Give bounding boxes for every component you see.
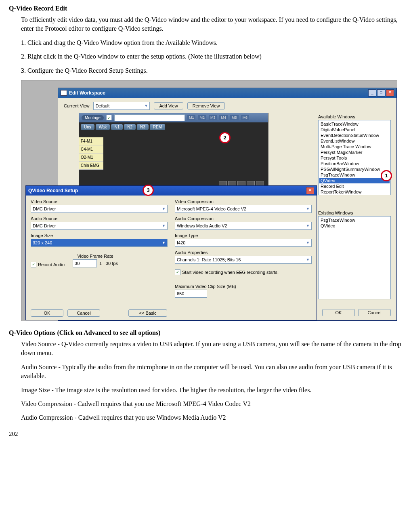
- list-item[interactable]: PSGAllNightSummaryWindow: [319, 166, 390, 172]
- channel-sidebar: F4-M1 C4-M1 O2-M1 Chin EMG: [79, 137, 103, 170]
- step-2: 2. Right click in the Q-Video window to …: [21, 52, 402, 61]
- frame-rate-range: 1 - 30 fps: [99, 261, 118, 266]
- option-video-compression: Video Compression - Cadwell requires tha…: [21, 400, 402, 408]
- image-type-select[interactable]: I420▼: [175, 239, 312, 247]
- list-item[interactable]: PsgTraceWindow: [319, 172, 390, 178]
- channel-label: F4-M1: [79, 137, 103, 145]
- ok-button[interactable]: OK: [31, 309, 63, 317]
- option-audio-compression: Audio Compression - Cadwell requires tha…: [21, 413, 402, 422]
- maximize-button[interactable]: □: [377, 89, 385, 97]
- list-item-selected[interactable]: QVideo: [319, 178, 390, 183]
- basic-button[interactable]: << Basic: [128, 309, 167, 317]
- frame-rate-label: Video Frame Rate: [73, 254, 118, 259]
- list-item[interactable]: EventListWindow: [319, 138, 390, 144]
- audio-source-label: Audio Source: [31, 216, 168, 221]
- list-item[interactable]: ReportTokenWindow: [319, 189, 390, 195]
- channel-label: C4-M1: [79, 145, 103, 154]
- preview-toolbar: Montage ✓ PSG Nasal Press & Thermal Flow…: [79, 113, 268, 122]
- available-windows-label: Available Windows: [318, 114, 391, 119]
- minimize-button[interactable]: _: [368, 89, 376, 97]
- intro-paragraph: To efficiently edit video data, you must…: [21, 15, 402, 34]
- stage-button[interactable]: REM: [150, 124, 165, 130]
- montage-tab[interactable]: M3: [209, 115, 217, 120]
- qvideo-setup-titlebar: QVideo Record Setup ×: [26, 186, 317, 196]
- list-item[interactable]: QVideo: [319, 223, 390, 229]
- list-item[interactable]: EventDetectionStatusWindow: [319, 132, 390, 138]
- option-video-source: Video Source - Q-Video currently require…: [21, 340, 402, 358]
- video-compression-select[interactable]: Microsoft MPEG-4 Video Codec V2▼: [175, 205, 312, 213]
- close-button[interactable]: ×: [386, 89, 394, 97]
- list-item[interactable]: Record Edit: [319, 183, 390, 189]
- list-item[interactable]: PositionBarWindow: [319, 161, 390, 166]
- start-recording-checkbox[interactable]: ✓Start video recording when EEG recordin…: [175, 269, 279, 275]
- stage-button[interactable]: Wak: [96, 124, 110, 130]
- edit-workspace-titlebar: Edit Workspace _ □ ×: [58, 88, 396, 98]
- list-item[interactable]: Persyst Tools: [319, 155, 390, 161]
- remove-view-button[interactable]: Remove View: [187, 102, 225, 109]
- video-compression-label: Video Compression: [175, 199, 312, 204]
- stage-button[interactable]: Uns: [81, 124, 94, 130]
- step-1: 1. Click and drag the Q-Video Window opt…: [21, 38, 402, 47]
- montage-tab[interactable]: M2: [198, 115, 206, 120]
- option-audio-source: Audio Source - Typically the audio from …: [21, 363, 402, 381]
- stage-button[interactable]: N3: [137, 124, 149, 130]
- cancel-button[interactable]: Cancel: [358, 309, 391, 316]
- channel-label: O2-M1: [79, 154, 103, 162]
- image-size-select[interactable]: 320 x 240▼: [31, 239, 168, 247]
- record-audio-checkbox[interactable]: ✓Record Audio: [31, 262, 65, 267]
- stage-button[interactable]: N1: [111, 124, 123, 130]
- list-item[interactable]: PsgTraceWindow: [319, 217, 390, 223]
- close-button[interactable]: ×: [306, 187, 314, 194]
- qvideo-setup-window: QVideo Record Setup × Video Source DMC D…: [25, 185, 317, 320]
- image-size-label: Image Size: [31, 233, 168, 238]
- page-number: 202: [9, 431, 402, 437]
- heading-qvideo-options: Q-Video Options (Click on Advanced to se…: [9, 329, 402, 336]
- video-source-select[interactable]: DMC Driver▼: [31, 205, 168, 213]
- available-windows-list[interactable]: BasicTraceWindow DigitalValuePanel Event…: [318, 120, 391, 195]
- cancel-button[interactable]: Cancel: [67, 309, 100, 317]
- montage-pill[interactable]: Montage: [82, 115, 104, 120]
- existing-windows-label: Existing Windows: [318, 210, 391, 215]
- window-icon: [61, 90, 67, 96]
- add-view-button[interactable]: Add View: [154, 102, 183, 109]
- montage-select[interactable]: PSG Nasal Press & Thermal Flow: [114, 114, 185, 121]
- existing-windows-list[interactable]: PsgTraceWindow QVideo: [318, 216, 391, 299]
- montage-tab[interactable]: M6: [241, 115, 250, 120]
- max-clip-input[interactable]: 650: [175, 290, 207, 298]
- marker-2: 2: [219, 132, 231, 143]
- frame-rate-input[interactable]: 30: [73, 259, 97, 267]
- stage-button[interactable]: N2: [124, 124, 136, 130]
- audio-source-select[interactable]: DMC Driver▼: [31, 222, 168, 230]
- montage-tab[interactable]: M4: [219, 115, 228, 120]
- step-3: 3. Configure the Q-Video Record Setup Se…: [21, 66, 402, 75]
- marker-3: 3: [143, 185, 154, 196]
- edit-workspace-title: Edit Workspace: [69, 90, 105, 96]
- montage-checkbox[interactable]: ✓: [106, 115, 112, 120]
- current-view-label: Current View: [64, 103, 89, 108]
- video-source-label: Video Source: [31, 199, 168, 204]
- audio-props-label: Audio Properties: [175, 250, 312, 255]
- montage-tab[interactable]: M5: [230, 115, 239, 120]
- current-view-select[interactable]: Default▼: [93, 102, 150, 110]
- montage-tab[interactable]: M1: [187, 115, 196, 120]
- list-item[interactable]: Multi-Page Trace Window: [319, 144, 390, 149]
- sleep-stage-row: Uns Wak N1 N2 N3 REM: [79, 122, 268, 132]
- screenshot-container: Edit Workspace _ □ × Current View Defaul…: [21, 80, 397, 321]
- audio-compression-label: Audio Compression: [175, 216, 312, 221]
- option-image-size: Image Size - The image size is the resol…: [21, 386, 402, 395]
- list-item[interactable]: DigitalValuePanel: [319, 127, 390, 132]
- list-item[interactable]: Persyst MagicMarker: [319, 149, 390, 155]
- qvideo-setup-title: QVideo Record Setup: [28, 188, 78, 193]
- audio-props-select[interactable]: Channels 1; Rate 11025; Bits 16▼: [175, 256, 312, 264]
- ok-button[interactable]: OK: [322, 309, 355, 316]
- audio-compression-select[interactable]: Windows Media Audio V2▼: [175, 222, 312, 230]
- image-type-label: Image Type: [175, 233, 312, 238]
- max-clip-label: Maximum Video Clip Size (MB): [175, 284, 312, 289]
- marker-1: 1: [381, 170, 392, 181]
- channel-label: Chin EMG: [79, 162, 103, 170]
- heading-qvideo-record-edit: Q-Video Record Edit: [9, 5, 402, 12]
- list-item[interactable]: BasicTraceWindow: [319, 121, 390, 127]
